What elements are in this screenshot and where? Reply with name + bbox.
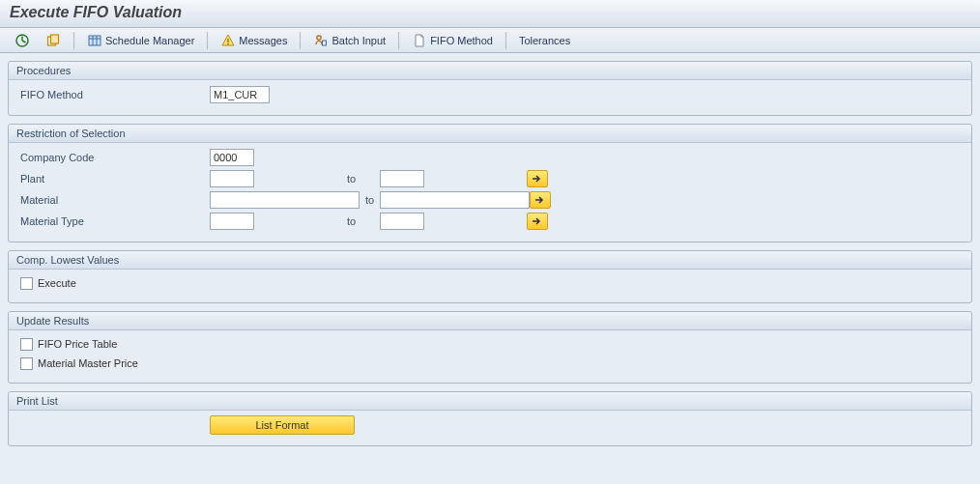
material-label: Material [16,194,210,206]
print-list-title: Print List [9,392,971,411]
svg-rect-13 [323,41,327,45]
company-code-input[interactable] [210,149,254,166]
material-master-price-label: Material Master Price [38,357,138,369]
svg-rect-4 [51,35,59,43]
fifo-method-button[interactable]: FIFO Method [405,30,500,51]
execute-icon [14,33,30,48]
messages-button[interactable]: Messages [214,30,294,51]
variant-icon [45,33,61,48]
toolbar-separator [207,32,208,49]
schedule-manager-icon [87,33,102,48]
print-list-group: Print List List Format [8,391,972,446]
toolbar-separator [398,32,399,49]
messages-label: Messages [239,35,287,46]
arrow-right-icon [530,171,545,186]
svg-point-11 [227,43,229,44]
lowest-values-group: Comp. Lowest Values Execute [8,250,972,303]
svg-point-12 [317,35,321,39]
svg-line-2 [22,41,26,43]
material-multiple-selection-button[interactable] [530,191,551,209]
arrow-right-icon [530,214,545,229]
execute-checkbox-label: Execute [38,277,76,289]
document-icon [412,33,427,48]
material-from-input[interactable] [210,191,360,209]
batch-input-button[interactable]: Batch Input [306,30,392,51]
material-type-to-label: to [341,215,380,227]
batch-input-icon [313,33,329,48]
list-format-button[interactable]: List Format [210,415,355,435]
schedule-manager-button[interactable]: Schedule Manager [80,30,201,51]
restriction-group: Restriction of Selection Company Code Pl… [8,124,972,242]
plant-from-input[interactable] [210,170,254,187]
toolbar-separator [505,32,506,49]
company-code-label: Company Code [16,152,210,163]
fifo-price-table-checkbox[interactable] [20,338,33,351]
batch-input-label: Batch Input [331,35,386,46]
execute-button[interactable] [8,30,37,51]
execute-checkbox[interactable] [20,277,33,290]
update-results-title: Update Results [9,312,971,330]
plant-to-label: to [341,173,380,185]
fifo-price-table-label: FIFO Price Table [38,338,117,350]
tolerances-button[interactable]: Tolerances [512,32,577,49]
schedule-manager-label: Schedule Manager [105,35,194,46]
messages-icon [220,33,236,48]
plant-to-input[interactable] [380,170,424,187]
fifo-method-label: FIFO Method [430,35,493,46]
material-to-label: to [341,194,380,206]
svg-rect-5 [89,36,101,45]
restriction-title: Restriction of Selection [9,125,971,143]
arrow-right-icon [533,192,548,208]
application-toolbar: Schedule Manager Messages Batch Input FI… [0,28,980,53]
material-type-multiple-selection-button[interactable] [527,213,548,230]
material-type-label: Material Type [16,215,210,227]
lowest-values-title: Comp. Lowest Values [9,251,971,270]
procedures-title: Procedures [9,62,971,80]
material-master-price-checkbox[interactable] [20,357,33,370]
toolbar-separator [73,32,74,49]
fifo-method-field-label: FIFO Method [16,89,210,100]
material-to-input[interactable] [380,191,530,209]
toolbar-separator [300,32,301,49]
page-title: Execute FIFO Valuation [0,0,980,28]
plant-label: Plant [16,173,210,185]
tolerances-label: Tolerances [519,35,570,46]
fifo-method-input[interactable] [210,86,270,103]
update-results-group: Update Results FIFO Price Table Material… [8,311,972,384]
get-variant-button[interactable] [39,30,68,51]
material-type-to-input[interactable] [380,213,424,230]
procedures-group: Procedures FIFO Method [8,61,972,116]
material-type-from-input[interactable] [210,213,254,230]
plant-multiple-selection-button[interactable] [527,170,548,187]
